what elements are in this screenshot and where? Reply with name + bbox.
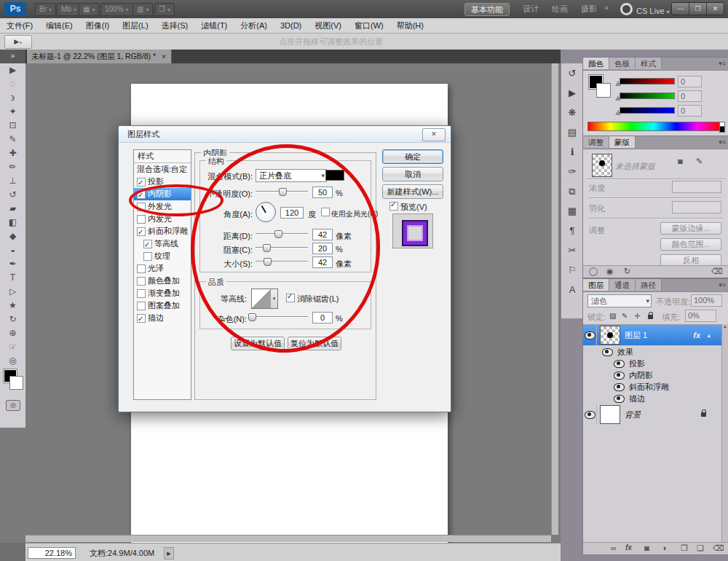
noise-slider[interactable] <box>251 313 308 320</box>
menu-item-3[interactable]: 图层(L) <box>116 18 154 33</box>
eye-icon[interactable] <box>602 348 613 356</box>
zoom-tool[interactable]: ◎ <box>0 354 25 368</box>
color-spectrum-ramp[interactable] <box>587 122 720 131</box>
color-tab-2[interactable]: 样式 <box>636 58 662 69</box>
tools-collapse-button[interactable]: » <box>0 50 26 63</box>
close-button[interactable]: ✕ <box>707 3 724 15</box>
custom-shape-tool[interactable]: ★ <box>0 299 25 313</box>
blur-tool[interactable]: ◆ <box>0 230 25 243</box>
layer-thumbnail[interactable] <box>600 326 620 345</box>
size-slider[interactable] <box>256 257 308 264</box>
style-item-checkbox-2[interactable] <box>137 190 146 199</box>
style-item-checkbox-12[interactable] <box>137 314 146 323</box>
color-tab-1[interactable]: 色板 <box>609 58 636 69</box>
type-tool[interactable]: T <box>0 271 25 285</box>
tool-presets-panel-icon[interactable]: ▦ <box>561 201 583 221</box>
angle-value[interactable]: 120 <box>280 207 304 219</box>
color-tab-0[interactable]: 颜色 <box>583 58 609 69</box>
contour-dropdown-arrow[interactable]: ▾ <box>271 289 278 309</box>
layer-group-icon[interactable]: ❐ <box>681 544 688 553</box>
layer-row-5[interactable]: 描边 <box>583 393 727 404</box>
history-panel-icon[interactable]: ↺ <box>561 63 583 83</box>
blend-mode-select[interactable]: 正片叠底 <box>256 169 327 182</box>
mask-apply-icon[interactable]: ◉ <box>606 267 614 276</box>
size-slider-thumb[interactable] <box>264 258 272 266</box>
lock-position-icon[interactable]: ✛ <box>634 312 640 320</box>
lock-all-icon[interactable] <box>648 315 653 319</box>
green-slider-thumb[interactable] <box>615 95 621 101</box>
eye-icon[interactable] <box>614 372 625 380</box>
layer-visibility-cell[interactable] <box>583 325 597 345</box>
blue-slider-value[interactable]: 0 <box>678 105 702 117</box>
red-slider-thumb[interactable] <box>615 81 621 86</box>
style-item-0[interactable]: 混合选项:自定 <box>134 163 191 176</box>
red-slider-value[interactable]: 0 <box>678 76 702 87</box>
eye-icon[interactable] <box>614 395 625 403</box>
new-style-button[interactable]: 新建样式(W)... <box>382 184 443 199</box>
panel-menu-icon[interactable]: ▾≡ <box>719 60 726 67</box>
layer-visibility-cell[interactable] <box>583 404 597 425</box>
style-item-4[interactable]: 内发光 <box>134 213 191 225</box>
masks-tab-0[interactable]: 调整 <box>583 136 609 148</box>
menu-item-6[interactable]: 分析(A) <box>234 18 274 33</box>
document-tab-close-icon[interactable]: ✕ <box>161 53 167 60</box>
workspace-button-2[interactable]: 绘画 <box>546 3 574 15</box>
histogram-panel-icon[interactable]: ▤ <box>561 122 583 142</box>
status-zoom-input[interactable]: 22.18% <box>28 547 76 559</box>
choke-value[interactable]: 20 <box>312 243 333 254</box>
eye-icon[interactable] <box>614 383 625 391</box>
new-layer-icon[interactable]: ❏ <box>697 544 704 553</box>
add-mask-icon[interactable]: ◙ <box>644 544 649 552</box>
density-input[interactable] <box>672 181 721 193</box>
panel-menu-icon[interactable]: ▾≡ <box>719 138 726 146</box>
styles-panel-icon[interactable]: ❋ <box>561 103 583 122</box>
style-item-2[interactable]: 内阴影 <box>134 188 191 200</box>
eye-icon[interactable] <box>614 360 625 368</box>
gradient-tool[interactable]: ◧ <box>0 216 25 230</box>
red-slider[interactable] <box>620 78 675 85</box>
character-panel-icon[interactable]: A <box>561 280 583 299</box>
layers-tab-0[interactable]: 图层 <box>583 279 609 291</box>
style-item-checkbox-7[interactable] <box>143 252 152 261</box>
move-tool[interactable]: ▶ <box>0 63 25 77</box>
style-item-checkbox-3[interactable] <box>137 203 146 211</box>
eye-icon[interactable] <box>585 332 596 340</box>
ok-button[interactable]: 确定 <box>382 149 443 164</box>
antialias-checkbox[interactable] <box>286 294 295 302</box>
style-item-checkbox-1[interactable] <box>137 178 146 187</box>
eraser-tool[interactable]: ▰ <box>0 202 25 216</box>
canvas-vertical-scrollbar[interactable] <box>551 63 558 535</box>
notes-panel-icon[interactable]: ¶ <box>561 221 583 240</box>
dodge-tool[interactable]: ◒ <box>0 243 25 257</box>
zoom-level-button[interactable]: 100%▾ <box>100 3 133 16</box>
eye-icon[interactable] <box>585 411 596 419</box>
mask-load-selection-icon[interactable]: ↻ <box>624 267 630 276</box>
style-item-checkbox-8[interactable] <box>137 264 146 273</box>
workspace-button-3[interactable]: 摄影 <box>575 3 603 15</box>
spectrum-black-chip[interactable] <box>719 126 725 133</box>
menu-item-8[interactable]: 视图(V) <box>308 18 348 33</box>
size-value[interactable]: 42 <box>312 256 333 268</box>
blue-slider-thumb[interactable] <box>615 110 621 115</box>
style-item-checkbox-5[interactable] <box>137 227 146 236</box>
layer-fill-value[interactable]: 0% <box>685 310 716 322</box>
add-pixel-mask-icon[interactable]: ◙ <box>678 157 683 165</box>
contour-picker[interactable] <box>251 289 272 309</box>
layers-scrollbar[interactable]: ▲ <box>721 324 728 542</box>
eyedropper-tool[interactable]: ✎ <box>0 133 25 146</box>
layers-tab-1[interactable]: 通道 <box>609 279 636 291</box>
layer-opacity-value[interactable]: 100% <box>691 294 722 307</box>
3d-rotate-tool[interactable]: ↻ <box>0 313 25 326</box>
style-item-6[interactable]: 等高线 <box>134 238 191 250</box>
info-panel-icon[interactable]: ℹ <box>561 142 583 162</box>
menu-item-7[interactable]: 3D(D) <box>274 19 308 34</box>
brush-panel-icon[interactable]: ✑ <box>561 162 583 181</box>
noise-slider-thumb[interactable] <box>248 313 256 321</box>
layer-row-4[interactable]: 斜面和浮雕 <box>583 381 727 393</box>
preview-checkbox[interactable] <box>389 202 398 211</box>
cancel-button[interactable]: 取消 <box>382 167 443 181</box>
style-item-9[interactable]: 颜色叠加 <box>134 275 191 287</box>
style-item-8[interactable]: 光泽 <box>134 262 191 275</box>
style-item-7[interactable]: 纹理 <box>134 250 191 262</box>
reset-default-button[interactable]: 复位为默认值 <box>288 337 341 350</box>
